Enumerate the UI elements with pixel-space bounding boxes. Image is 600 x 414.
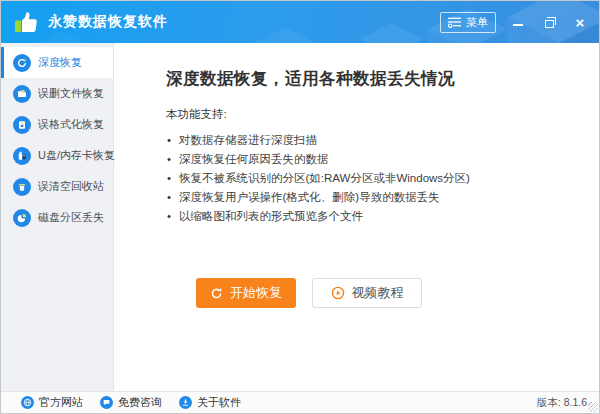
footer-link-free-consult[interactable]: 免费咨询 xyxy=(100,395,162,410)
app-window: 永赞数据恢复软件 菜单 × xyxy=(0,0,600,414)
menu-button[interactable]: 菜单 xyxy=(440,12,496,33)
page-title: 深度数据恢复，适用各种数据丢失情况 xyxy=(166,68,581,90)
close-button[interactable]: × xyxy=(571,13,589,31)
app-title: 永赞数据恢复软件 xyxy=(48,13,168,31)
menu-icon xyxy=(448,17,461,28)
sidebar-item-recycle-bin-recovery[interactable]: 误清空回收站 xyxy=(1,171,113,202)
globe-icon xyxy=(21,396,34,409)
version-label: 版本: 8.1.6 xyxy=(537,396,591,410)
feature-item: 恢复不被系统识别的分区(如:RAW分区或非Windows分区) xyxy=(166,169,581,188)
sidebar-item-partition-loss[interactable]: 磁盘分区丢失 xyxy=(1,202,113,233)
sidebar-item-label: 误清空回收站 xyxy=(38,179,104,194)
start-recovery-button[interactable]: 开始恢复 xyxy=(196,278,296,308)
restore-icon xyxy=(545,20,554,28)
sidebar-item-label: 深度恢复 xyxy=(38,55,82,70)
sidebar-item-deleted-file-recovery[interactable]: 误删文件恢复 xyxy=(1,78,113,109)
sidebar-item-label: 磁盘分区丢失 xyxy=(38,210,104,225)
close-icon: × xyxy=(576,15,585,30)
footer-link-label: 官方网站 xyxy=(39,395,83,410)
resize-grip[interactable] xyxy=(588,402,598,412)
play-icon xyxy=(331,286,345,300)
recycle-bin-icon xyxy=(13,178,31,196)
action-buttons: 开始恢复 视频教程 xyxy=(196,278,581,308)
feature-item: 深度恢复用户误操作(格式化、删除)导致的数据丢失 xyxy=(166,188,581,207)
sidebar-item-deep-recovery[interactable]: 深度恢复 xyxy=(1,47,113,78)
refresh-icon xyxy=(210,287,223,300)
main-panel: 深度数据恢复，适用各种数据丢失情况 本功能支持: 对数据存储器进行深度扫描 深度… xyxy=(114,43,599,391)
start-recovery-label: 开始恢复 xyxy=(230,284,282,302)
sidebar-item-label: 误格式化恢复 xyxy=(38,117,104,132)
minimize-icon xyxy=(513,24,523,26)
thumbs-up-icon xyxy=(13,9,39,35)
feature-item: 深度恢复任何原因丢失的数据 xyxy=(166,150,581,169)
video-tutorial-button[interactable]: 视频教程 xyxy=(312,278,422,308)
deep-scan-refresh-icon xyxy=(13,54,31,72)
chat-icon xyxy=(100,396,113,409)
footer-link-official-site[interactable]: 官方网站 xyxy=(21,395,83,410)
sidebar-item-format-recovery[interactable]: 误格式化恢复 xyxy=(1,109,113,140)
feature-item: 对数据存储器进行深度扫描 xyxy=(166,131,581,150)
app-body: 深度恢复 误删文件恢复 xyxy=(1,43,599,391)
menu-button-label: 菜单 xyxy=(466,15,488,30)
minimize-button[interactable] xyxy=(509,13,527,31)
usb-memory-card-icon xyxy=(13,147,31,165)
feature-list: 对数据存储器进行深度扫描 深度恢复任何原因丢失的数据 恢复不被系统识别的分区(如… xyxy=(166,131,581,226)
sidebar-item-usb-recovery[interactable]: U盘/内存卡恢复 xyxy=(1,140,113,171)
footer-link-label: 关于软件 xyxy=(197,395,241,410)
footer-link-about[interactable]: 关于软件 xyxy=(179,395,241,410)
title-bar: 永赞数据恢复软件 菜单 × xyxy=(1,1,599,43)
footer-link-label: 免费咨询 xyxy=(118,395,162,410)
about-download-icon xyxy=(179,396,192,409)
sidebar-item-label: 误删文件恢复 xyxy=(38,86,104,101)
maximize-button[interactable] xyxy=(540,13,558,31)
support-label: 本功能支持: xyxy=(166,107,581,122)
feature-item: 以缩略图和列表的形式预览多个文件 xyxy=(166,207,581,226)
footer-bar: 官方网站 免费咨询 关于软件 版本: 8.1.6 xyxy=(1,391,599,413)
sidebar: 深度恢复 误删文件恢复 xyxy=(1,43,114,391)
video-tutorial-label: 视频教程 xyxy=(352,284,404,302)
disk-partition-pie-icon xyxy=(13,209,31,227)
sidebar-item-label: U盘/内存卡恢复 xyxy=(38,148,115,163)
formatted-disk-icon xyxy=(13,116,31,134)
deleted-folder-icon xyxy=(13,85,31,103)
